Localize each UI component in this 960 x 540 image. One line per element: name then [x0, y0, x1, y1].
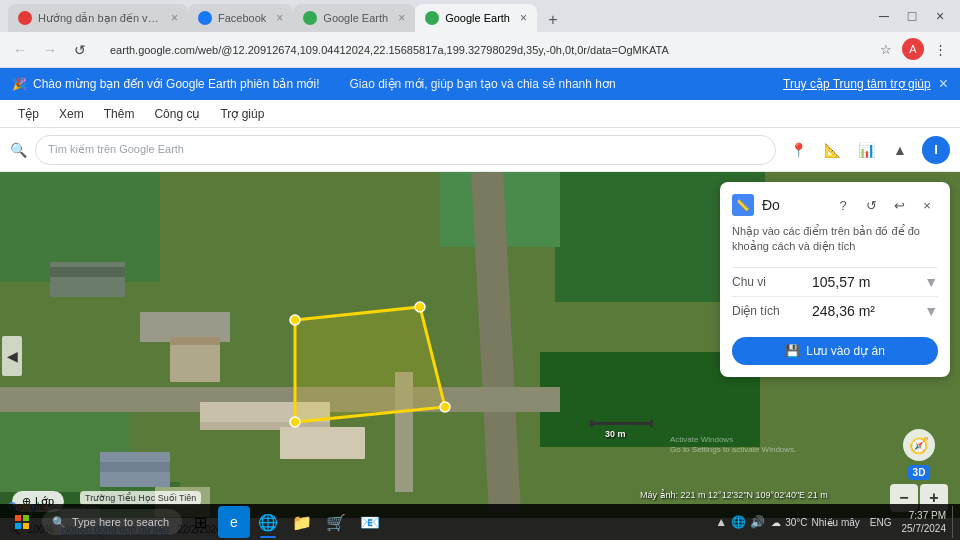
tab-4[interactable]: Google Earth × — [415, 4, 537, 32]
tab1-favicon — [18, 11, 32, 25]
taskbar-explorer-icon[interactable]: 📁 — [286, 506, 318, 538]
system-clock[interactable]: 7:37 PM 25/7/2024 — [902, 509, 947, 535]
svg-marker-23 — [295, 307, 445, 422]
ge-banner-submessage: Giao diện mới, giúp bạn tạo và chia sẻ n… — [349, 77, 615, 91]
location-pin-icon[interactable]: 📍 — [784, 136, 812, 164]
taskbar-edge-icon[interactable]: e — [218, 506, 250, 538]
taskbar-mail-icon[interactable]: 📧 — [354, 506, 386, 538]
help-icon[interactable]: ? — [832, 194, 854, 216]
ruler-tool-icon[interactable]: 📐 — [818, 136, 846, 164]
taskbar-search-box[interactable]: 🔍 Type here to search — [42, 509, 182, 535]
svg-point-25 — [415, 302, 425, 312]
tab4-close[interactable]: × — [520, 11, 527, 25]
save-project-button[interactable]: 💾 Lưu vào dự án — [732, 337, 938, 365]
search-icon: 🔍 — [10, 142, 27, 158]
tab1-close[interactable]: × — [171, 11, 178, 25]
svg-text:Máy ảnh: 221 m  12°12'32"N 109: Máy ảnh: 221 m 12°12'32"N 109°02'40"E 21… — [640, 489, 828, 500]
map-container[interactable]: 30 m Activate Windows Go to Settings to … — [0, 172, 960, 540]
ge-toolbar-icons: 📍 📐 📊 ▲ — [784, 136, 914, 164]
new-tab-button[interactable]: + — [541, 8, 565, 32]
weather-desc: Nhiều mây — [812, 517, 860, 528]
start-button[interactable] — [4, 506, 40, 538]
reload-button[interactable]: ↺ — [68, 38, 92, 62]
chevron-up-icon[interactable]: ▲ — [886, 136, 914, 164]
map-controls: 🧭 3D − + — [890, 429, 948, 512]
tab4-favicon — [425, 11, 439, 25]
perimeter-expand-icon[interactable]: ▼ — [924, 274, 938, 290]
tab-2[interactable]: Facebook × — [188, 4, 293, 32]
close-button[interactable]: × — [928, 4, 952, 28]
undo-icon[interactable]: ↩ — [888, 194, 910, 216]
tab3-favicon — [303, 11, 317, 25]
tab2-close[interactable]: × — [276, 11, 283, 25]
panel-header-icons: ? ↺ ↩ × — [832, 194, 938, 216]
weather-icon: ☁ — [771, 517, 781, 528]
browser-frame: Hướng dẫn bạn đến với Google Earth t... … — [0, 0, 960, 540]
perimeter-label: Chu vi — [732, 275, 812, 289]
bookmark-icon[interactable]: ☆ — [874, 38, 898, 62]
profile-icon[interactable]: A — [902, 38, 924, 60]
address-input[interactable]: earth.google.com/web/@12.20912674,109.04… — [98, 37, 868, 63]
save-icon: 💾 — [785, 344, 800, 358]
ge-menu-add[interactable]: Thêm — [94, 103, 145, 125]
svg-rect-20 — [100, 462, 170, 472]
refresh-icon[interactable]: ↺ — [860, 194, 882, 216]
ge-banner: 🎉 Chào mừng bạn đến với Google Earth phi… — [0, 68, 960, 100]
tab4-title: Google Earth — [445, 12, 510, 24]
compass-button[interactable]: 🧭 — [903, 429, 935, 461]
panel-description: Nhập vào các điểm trên bản đồ để đo khoả… — [732, 224, 938, 255]
ge-menu-view[interactable]: Xem — [49, 103, 94, 125]
ge-menu-tools[interactable]: Công cụ — [144, 103, 210, 125]
ge-banner-close-button[interactable]: × — [939, 75, 948, 93]
taskview-button[interactable]: ⊞ — [184, 506, 216, 538]
ge-support-link[interactable]: Truy cập Trung tâm trợ giúp — [783, 77, 931, 91]
back-button[interactable]: ← — [8, 38, 32, 62]
minimize-button[interactable]: ─ — [872, 4, 896, 28]
area-label: Diện tích — [732, 304, 812, 318]
ge-menu-file[interactable]: Tệp — [8, 103, 49, 125]
taskbar-search-placeholder: Type here to search — [72, 516, 169, 528]
chart-icon[interactable]: 📊 — [852, 136, 880, 164]
tab-3[interactable]: Google Earth × — [293, 4, 415, 32]
tab3-close[interactable]: × — [398, 11, 405, 25]
ge-profile-button[interactable]: I — [922, 136, 950, 164]
area-expand-icon[interactable]: ▼ — [924, 303, 938, 319]
save-label: Lưu vào dự án — [806, 344, 885, 358]
tab1-title: Hướng dẫn bạn đến với Google Earth t... — [38, 12, 161, 25]
panel-close-icon[interactable]: × — [916, 194, 938, 216]
win-logo-tr — [23, 515, 29, 521]
forward-button[interactable]: → — [38, 38, 62, 62]
ge-banner-right: Truy cập Trung tâm trợ giúp × — [783, 75, 948, 93]
chevron-up-tray-icon[interactable]: ▲ — [715, 515, 727, 529]
taskbar-chrome-icon[interactable]: 🌐 — [252, 506, 284, 538]
show-desktop-button[interactable] — [952, 506, 956, 538]
temperature: 30°C — [785, 517, 807, 528]
extension-icon[interactable]: ⋮ — [928, 38, 952, 62]
taskbar-search-icon: 🔍 — [52, 516, 66, 529]
map-expand-button[interactable]: ◀ — [2, 336, 22, 376]
win-logo-bl — [15, 523, 21, 529]
ge-searchbar: 🔍 Tìm kiếm trên Google Earth 📍 📐 📊 ▲ I — [0, 128, 960, 172]
win-logo-tl — [15, 515, 21, 521]
win-logo-br — [23, 523, 29, 529]
taskbar-store-icon[interactable]: 🛒 — [320, 506, 352, 538]
area-row: Diện tích 248,36 m² ▼ — [732, 296, 938, 325]
ge-search-input[interactable]: Tìm kiếm trên Google Earth — [35, 135, 776, 165]
tab2-title: Facebook — [218, 12, 266, 24]
ruler-icon: 📏 — [732, 194, 754, 216]
3d-button[interactable]: 3D — [908, 465, 931, 480]
address-bar-icons: ☆ A ⋮ — [874, 38, 952, 62]
edge-icon: e — [230, 514, 238, 530]
maximize-button[interactable]: □ — [900, 4, 924, 28]
address-bar: ← → ↺ earth.google.com/web/@12.20912674,… — [0, 32, 960, 68]
chrome-icon: 🌐 — [258, 513, 278, 532]
ge-menu-help[interactable]: Trợ giúp — [210, 103, 274, 125]
panel-header: 📏 Đo ? ↺ ↩ × — [732, 194, 938, 216]
ge-banner-center: Giao diện mới, giúp bạn tạo và chia sẻ n… — [349, 77, 773, 91]
language-indicator[interactable]: ENG — [866, 517, 896, 528]
network-icon[interactable]: 🌐 — [731, 515, 746, 529]
tab-1[interactable]: Hướng dẫn bạn đến với Google Earth t... … — [8, 4, 188, 32]
volume-icon[interactable]: 🔊 — [750, 515, 765, 529]
perimeter-value: 105,57 m — [812, 274, 924, 290]
svg-rect-29 — [590, 420, 593, 427]
